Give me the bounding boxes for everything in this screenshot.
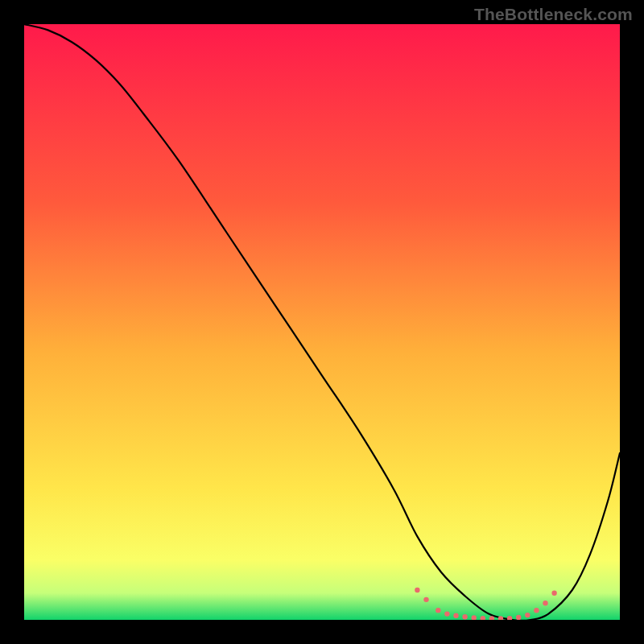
- chart-svg: [24, 24, 620, 620]
- gradient-background: [24, 24, 620, 620]
- trough-marker: [415, 588, 419, 592]
- watermark-text: TheBottleneck.com: [474, 5, 633, 24]
- trough-marker: [423, 597, 428, 602]
- trough-marker: [543, 601, 547, 605]
- trough-marker: [534, 608, 539, 613]
- trough-marker: [444, 611, 449, 616]
- trough-marker: [462, 614, 467, 619]
- trough-marker: [525, 613, 530, 617]
- trough-marker: [453, 613, 458, 618]
- chart-stage: TheBottleneck.com: [0, 0, 644, 644]
- trough-marker: [551, 591, 556, 596]
- trough-marker: [516, 615, 521, 620]
- trough-marker: [436, 608, 440, 613]
- plot-area: [24, 24, 620, 620]
